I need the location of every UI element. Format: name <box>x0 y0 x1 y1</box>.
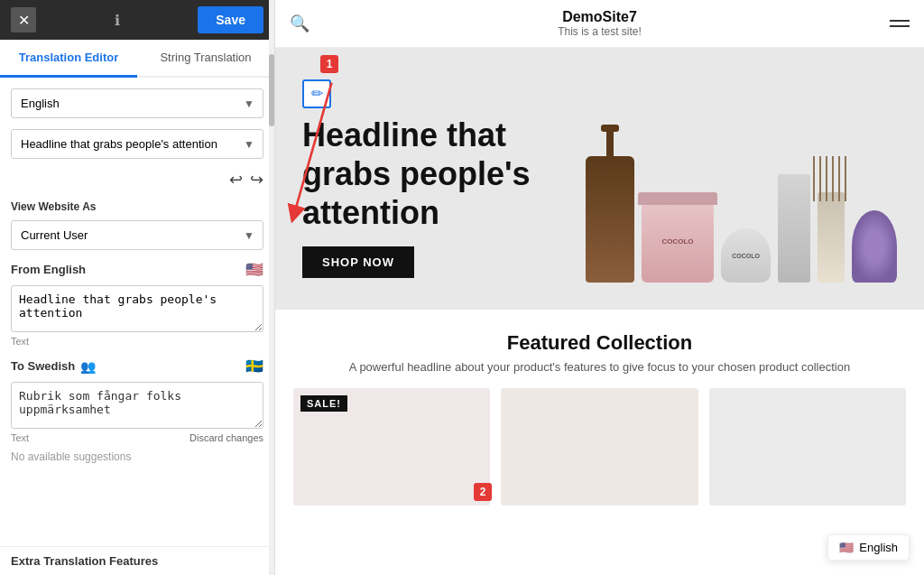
pump-bottle <box>586 156 634 283</box>
to-text-input[interactable]: Rubrik som fångar folks uppmärksamhet <box>11 382 263 429</box>
tall-bottle <box>778 174 810 283</box>
panel-header: ✕ ℹ Save <box>0 0 274 40</box>
product-cards: SALE! <box>293 388 906 505</box>
language-select-wrapper: English Swedish French German ▼ <box>11 88 263 118</box>
reed-diffuser <box>818 192 845 283</box>
annotation-badge-2: 2 <box>474 483 492 501</box>
hamburger-line-1 <box>890 20 910 22</box>
tabs-row: Translation Editor String Translation <box>0 40 274 78</box>
from-flag: 🇺🇸 <box>245 261 263 278</box>
right-panel: 🔍 DemoSite7 This is a test site! 1 <box>275 0 924 575</box>
extra-features-section: Extra Translation Features <box>0 546 274 575</box>
jar-small: COCOLO <box>721 228 771 283</box>
to-field-type: Text <box>11 432 29 443</box>
tab-string-translation[interactable]: String Translation <box>137 40 274 78</box>
left-panel: ✕ ℹ Save Translation Editor String Trans… <box>0 0 275 575</box>
lang-badge-flag: 🇺🇸 <box>839 541 854 554</box>
info-button[interactable]: ℹ <box>105 7 130 32</box>
hero-text-side: ✏ Headline that grabs people's attention… <box>302 79 586 279</box>
jar-large: COCOLO <box>642 201 714 283</box>
save-button[interactable]: Save <box>198 6 263 33</box>
scrollbar-track[interactable] <box>269 0 274 575</box>
sale-badge-1: SALE! <box>300 395 347 412</box>
product-card-2 <box>501 388 698 505</box>
to-section-title: To Swedish <box>11 359 75 373</box>
undo-button[interactable]: ↩ <box>229 170 243 190</box>
product-group: COCOLO COCOLO <box>586 156 897 283</box>
featured-section: Featured Collection A powerful headline … <box>275 310 924 520</box>
hamburger-menu[interactable] <box>890 20 910 27</box>
scrollbar-thumb[interactable] <box>269 54 274 126</box>
view-website-as-label: View Website As <box>11 200 263 213</box>
product-card-1: SALE! <box>293 388 490 505</box>
annotation-1-group: 1 <box>320 55 338 73</box>
from-text-input[interactable]: Headline that grabs people's attention <box>11 285 263 332</box>
to-lang-header: To Swedish 👥 🇸🇪 <box>11 357 263 375</box>
hero-images: COCOLO COCOLO <box>586 75 897 283</box>
lang-badge-label: English <box>859 541 898 554</box>
site-content: 1 ✏ Headline that grabs people's attenti… <box>275 48 924 575</box>
featured-subtitle: A powerful headline about your product's… <box>293 360 906 374</box>
from-field-type: Text <box>11 336 263 347</box>
string-select-wrapper: Headline that grabs people's attention ▼ <box>11 129 263 159</box>
string-select[interactable]: Headline that grabs people's attention <box>11 129 263 159</box>
view-website-as-section: View Website As Current User Guest ▼ <box>11 200 263 250</box>
from-lang-label: From English <box>11 263 86 276</box>
tab-translation-editor[interactable]: Translation Editor <box>0 40 137 78</box>
to-lang-label: To Swedish 👥 <box>11 359 96 374</box>
from-lang-header: From English 🇺🇸 <box>11 261 263 278</box>
edit-pencil-button[interactable]: ✏ <box>302 79 331 108</box>
to-swedish-section: To Swedish 👥 🇸🇪 Rubrik som fångar folks … <box>11 357 263 463</box>
to-flag: 🇸🇪 <box>245 357 263 375</box>
featured-title: Featured Collection <box>293 331 906 355</box>
undo-redo-bar: ↩ ↪ <box>11 170 263 190</box>
product-card-3 <box>709 388 906 505</box>
shop-now-button[interactable]: SHOP NOW <box>302 246 414 278</box>
jar-lid <box>638 192 717 205</box>
discard-changes-button[interactable]: Discard changes <box>189 432 263 443</box>
site-name: DemoSite7 <box>310 9 890 25</box>
lavender-bunch <box>852 210 897 283</box>
person-icon: 👥 <box>80 359 96 374</box>
from-english-section: From English 🇺🇸 Headline that grabs peop… <box>11 261 263 347</box>
view-as-select-wrapper: Current User Guest ▼ <box>11 220 263 250</box>
redo-button[interactable]: ↪ <box>250 170 263 190</box>
from-section-title: From English <box>11 263 86 276</box>
site-header: 🔍 DemoSite7 This is a test site! <box>275 0 924 48</box>
hero-section: 1 ✏ Headline that grabs people's attenti… <box>275 48 924 310</box>
hero-headline: Headline that grabs people's attention <box>302 116 555 233</box>
view-as-select[interactable]: Current User Guest <box>11 220 263 250</box>
annotation-2-group: 2 <box>474 483 492 501</box>
close-button[interactable]: ✕ <box>11 7 36 32</box>
language-select[interactable]: English Swedish French German <box>11 88 263 118</box>
lang-badge[interactable]: 🇺🇸 English <box>827 534 910 561</box>
site-tagline: This is a test site! <box>310 25 890 38</box>
annotation-badge-1: 1 <box>320 55 338 73</box>
hamburger-line-2 <box>890 25 910 27</box>
panel-body: English Swedish French German ▼ Headline… <box>0 78 274 546</box>
search-icon[interactable]: 🔍 <box>290 14 310 33</box>
site-title-wrap: DemoSite7 This is a test site! <box>310 9 890 38</box>
no-suggestions-label: No available suggestions <box>11 450 263 463</box>
